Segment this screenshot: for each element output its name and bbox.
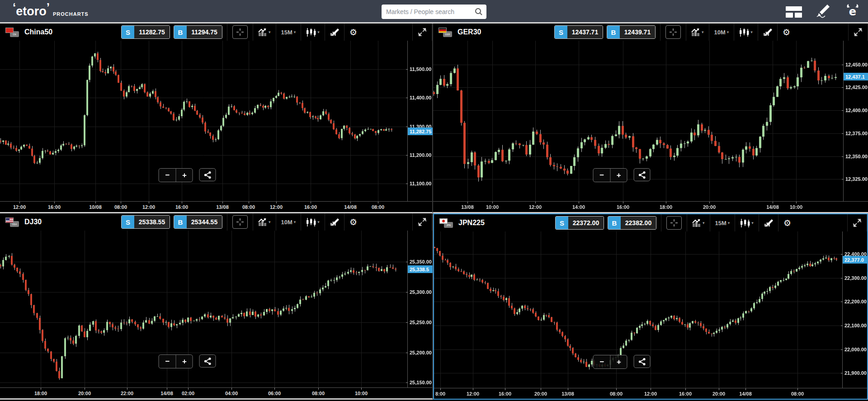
buy-button[interactable]: B25344.55	[174, 215, 222, 229]
search-input[interactable]	[382, 5, 486, 19]
time-axis[interactable]: 8:0012:0016:0020:0013/0808:0012:0016:002…	[434, 388, 867, 399]
instrument-name: JPN225	[458, 219, 485, 227]
price-axis[interactable]: 25,350.0025,300.0025,250.0025,200.0025,1…	[407, 231, 432, 387]
x-axis-tick	[440, 388, 441, 390]
instrument-flag-icon: CN	[5, 27, 19, 37]
chart-plot-area[interactable]: −+	[434, 231, 842, 388]
zoom-in-button[interactable]: +	[610, 169, 627, 182]
expand-button[interactable]	[412, 24, 432, 41]
price-axis[interactable]: 11,500.0011,400.0011,300.0011,200.0011,1…	[407, 41, 432, 201]
drawing-pencil-icon[interactable]	[816, 3, 831, 20]
x-axis-tick	[127, 388, 127, 390]
x-axis-tick	[222, 202, 223, 203]
price-axis[interactable]: 22,400.0022,300.0022,200.0022,100.0022,0…	[842, 231, 867, 388]
share-button[interactable]	[199, 168, 216, 181]
zoom-in-button[interactable]: +	[176, 169, 193, 182]
sell-button[interactable]: S25338.55	[121, 215, 170, 229]
sell-button[interactable]: S22372.00	[555, 216, 604, 230]
x-axis-label: 12:00	[644, 391, 657, 396]
draw-button[interactable]	[325, 213, 344, 231]
share-button[interactable]	[634, 168, 651, 181]
chevron-down-icon: ▾	[702, 30, 704, 34]
indicators-button[interactable]: ▾	[735, 214, 759, 231]
expand-button[interactable]	[848, 24, 868, 41]
share-button[interactable]	[199, 354, 216, 368]
zoom-in-button[interactable]: +	[610, 355, 627, 368]
time-axis[interactable]: 18:0020:0022:0014/0802:0004:0006:0008:00…	[0, 387, 432, 398]
chart-plot-area[interactable]: −+	[0, 41, 407, 201]
time-axis[interactable]: 12:0016:0010/0808:0012:0016:0013/0808:00…	[0, 201, 432, 212]
y-axis-label: 11,500.00	[410, 66, 431, 72]
draw-button[interactable]	[325, 24, 344, 41]
x-axis-label: 14/08	[160, 391, 173, 396]
chart-plot-area[interactable]: −+	[0, 231, 407, 387]
share-button[interactable]	[634, 355, 651, 368]
draw-button[interactable]	[759, 214, 778, 231]
buy-price: 22382.00	[621, 217, 656, 229]
x-axis-label: 13/08	[461, 204, 474, 210]
etoro-logo[interactable]: ‘etoro’ PROCHARTS	[13, 4, 89, 18]
indicators-button[interactable]: ▾	[301, 213, 325, 231]
indicators-button[interactable]: ▾	[734, 24, 758, 41]
settings-button[interactable]: ⚙	[344, 213, 362, 231]
timeframe-button[interactable]: 15M▾	[710, 214, 735, 231]
sell-button[interactable]: S11282.75	[121, 25, 170, 39]
current-price-tag: 25,338.5	[408, 265, 433, 273]
y-axis-tick	[842, 133, 844, 134]
x-axis-label: 04:00	[225, 391, 238, 396]
x-axis-tick	[19, 202, 20, 203]
y-axis-tick	[842, 65, 844, 65]
panel-header: CN China50 S11282.75 B11294.75 ▾ 15M▾ ▾ …	[0, 24, 432, 41]
chart-plot-area[interactable]: −+	[433, 41, 843, 201]
zoom-out-button[interactable]: −	[594, 355, 610, 368]
y-axis-tick	[841, 278, 843, 278]
time-axis[interactable]: 13/0810:0012:0014:0016:0018:0020:0014/08…	[433, 201, 868, 212]
chart-type-button[interactable]: ▾	[686, 24, 709, 41]
x-axis-label: 16:00	[499, 391, 511, 396]
draw-button[interactable]	[758, 24, 777, 41]
x-axis-label: 12:00	[270, 204, 283, 210]
zoom-out-button[interactable]: −	[159, 355, 176, 368]
y-axis-label: 25,350.00	[410, 259, 432, 264]
y-axis-label: 11,100.00	[410, 181, 431, 186]
instrument-name: GER30	[458, 28, 481, 36]
gear-icon: ⚙	[783, 219, 791, 227]
settings-button[interactable]: ⚙	[777, 24, 795, 41]
etoro-bull-icon[interactable]: e	[844, 3, 861, 20]
timeframe-button[interactable]: 10M▾	[276, 213, 301, 231]
chart-type-button[interactable]: ▾	[253, 213, 276, 231]
crosshair-button[interactable]	[227, 213, 253, 231]
expand-button[interactable]	[847, 214, 867, 231]
layout-grid-icon[interactable]	[786, 6, 802, 18]
buy-tag: B	[174, 26, 187, 38]
timeframe-button[interactable]: 15M▾	[276, 24, 301, 41]
chart-type-button[interactable]: ▾	[253, 24, 276, 41]
y-axis-label: 11,200.00	[410, 152, 431, 158]
crosshair-button[interactable]	[660, 24, 686, 41]
instrument-name: China50	[24, 28, 52, 36]
indicators-button[interactable]: ▾	[301, 24, 325, 41]
panel-header: GER GER30 S12437.71 B12439.71 ▾ 10M▾ ▾ ⚙	[433, 24, 868, 41]
price-axis[interactable]: 12,450.0012,425.0012,400.0012,375.0012,3…	[843, 41, 868, 201]
zoom-out-button[interactable]: −	[159, 169, 176, 182]
gear-icon: ⚙	[349, 28, 357, 37]
expand-button[interactable]	[412, 213, 432, 231]
chart-type-button[interactable]: ▾	[687, 214, 710, 231]
buy-button[interactable]: B12439.71	[607, 25, 656, 39]
buy-button[interactable]: B22382.00	[608, 216, 656, 230]
crosshair-button[interactable]	[227, 24, 253, 41]
crosshair-button[interactable]	[661, 214, 687, 231]
sell-button[interactable]: S12437.71	[554, 25, 603, 39]
y-axis-tick	[842, 110, 844, 111]
zoom-in-button[interactable]: +	[176, 355, 193, 368]
timeframe-button[interactable]: 10M▾	[709, 24, 734, 41]
search-icon[interactable]	[475, 8, 483, 18]
chart-grid: CN China50 S11282.75 B11294.75 ▾ 15M▾ ▾ …	[0, 24, 868, 400]
settings-button[interactable]: ⚙	[344, 24, 362, 41]
x-axis-label: 10:00	[790, 204, 802, 210]
zoom-out-button[interactable]: −	[594, 169, 610, 182]
settings-button[interactable]: ⚙	[778, 214, 796, 231]
chevron-down-icon: ▾	[727, 30, 729, 34]
x-axis-tick	[666, 202, 666, 203]
buy-button[interactable]: B11294.75	[174, 25, 222, 39]
